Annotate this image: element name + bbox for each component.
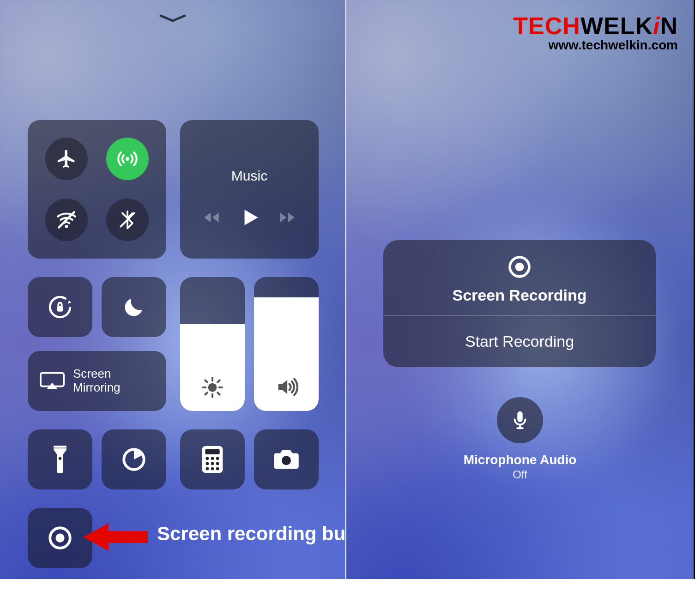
microphone-toggle-button[interactable] (497, 397, 543, 443)
previous-track-icon[interactable] (202, 208, 221, 227)
speaker-icon (274, 375, 298, 399)
timer-icon (121, 446, 147, 473)
flashlight-button[interactable] (28, 429, 92, 489)
bluetooth-button[interactable] (106, 199, 149, 241)
svg-rect-33 (104, 531, 148, 543)
svg-point-36 (515, 263, 524, 272)
screen-mirroring-button[interactable]: Screen Mirroring (28, 351, 166, 411)
watermark-logo: TECHWELKiN www.techwelkin.com (513, 12, 678, 53)
play-icon[interactable] (238, 206, 261, 229)
camera-icon (273, 449, 300, 470)
orientation-lock-button[interactable] (28, 277, 92, 337)
svg-point-27 (206, 467, 209, 471)
svg-line-14 (218, 380, 219, 382)
connectivity-group[interactable] (28, 120, 166, 259)
microphone-state: Off (464, 468, 577, 481)
orientation-lock-icon (47, 294, 73, 320)
svg-line-11 (205, 380, 207, 382)
screen-recording-sheet: Screen Recording Start Recording (383, 240, 656, 367)
record-icon (507, 254, 532, 280)
timer-button[interactable] (102, 429, 166, 489)
airplane-icon (56, 148, 77, 169)
svg-point-6 (208, 383, 217, 392)
calculator-icon (201, 446, 224, 473)
do-not-disturb-button[interactable] (102, 277, 166, 337)
svg-rect-20 (205, 449, 219, 454)
microphone-icon (509, 410, 531, 431)
brightness-icon (201, 376, 224, 399)
brightness-slider[interactable] (180, 277, 245, 411)
svg-rect-5 (57, 306, 63, 312)
music-title: Music (231, 168, 267, 184)
wifi-button[interactable] (45, 199, 88, 241)
screen-recording-panel: TECHWELKiN www.techwelkin.com Screen Rec… (346, 0, 694, 616)
svg-point-16 (59, 457, 61, 459)
screen-record-button[interactable] (28, 508, 92, 568)
svg-line-12 (218, 393, 219, 394)
antenna-icon (116, 148, 139, 170)
bluetooth-off-icon (117, 210, 138, 230)
start-recording-button[interactable]: Start Recording (383, 316, 656, 367)
svg-point-32 (55, 533, 64, 542)
dismiss-chevron-icon[interactable] (159, 14, 187, 23)
wifi-off-icon (55, 208, 78, 231)
airplane-mode-button[interactable] (45, 138, 88, 180)
volume-slider[interactable] (254, 277, 319, 411)
svg-point-21 (206, 457, 209, 460)
annotation-label: Screen recording button (157, 523, 346, 545)
control-center-panel: Music (0, 0, 346, 616)
next-track-icon[interactable] (278, 208, 297, 227)
svg-point-30 (282, 456, 291, 465)
flashlight-icon (51, 446, 69, 473)
svg-point-26 (216, 462, 219, 465)
svg-rect-37 (517, 411, 523, 422)
calculator-button[interactable] (180, 429, 245, 489)
svg-marker-34 (83, 523, 109, 551)
svg-point-29 (216, 467, 219, 471)
moon-icon (121, 295, 146, 320)
svg-point-22 (211, 457, 214, 460)
music-widget[interactable]: Music (180, 120, 319, 259)
svg-point-1 (65, 225, 68, 228)
svg-point-25 (211, 462, 214, 465)
airplay-icon (40, 371, 65, 391)
cellular-data-button[interactable] (106, 138, 149, 180)
record-icon (47, 525, 73, 551)
svg-line-13 (205, 393, 207, 394)
camera-button[interactable] (254, 429, 319, 489)
sheet-title: Screen Recording (453, 286, 587, 304)
page-footer (0, 579, 695, 616)
svg-rect-17 (54, 447, 66, 449)
svg-point-0 (126, 157, 129, 161)
svg-point-24 (206, 462, 209, 465)
microphone-label: Microphone Audio Off (464, 453, 577, 481)
annotation-arrow (83, 521, 148, 553)
svg-point-23 (216, 457, 219, 460)
svg-point-28 (211, 467, 214, 471)
watermark-url: www.techwelkin.com (513, 38, 678, 53)
screen-mirroring-label: Screen Mirroring (73, 367, 121, 395)
